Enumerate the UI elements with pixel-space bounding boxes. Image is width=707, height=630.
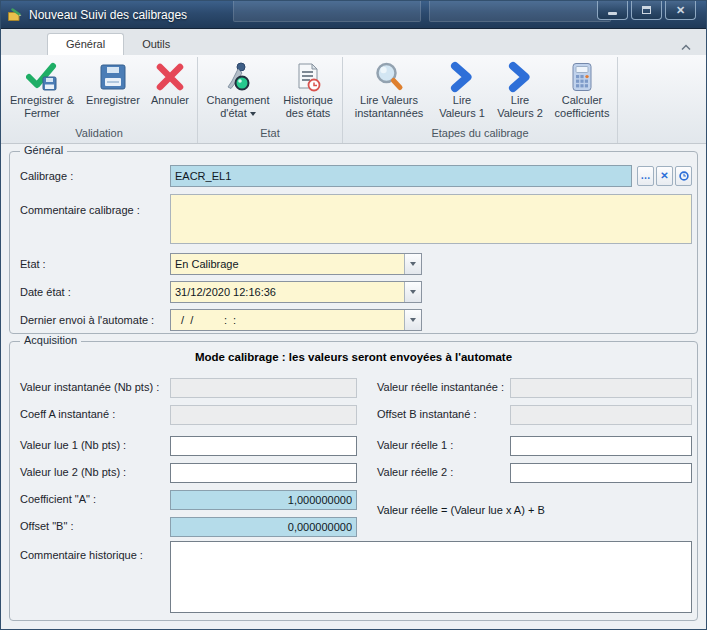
button-label: Annuler xyxy=(151,94,189,107)
dropdown-arrow-icon xyxy=(410,290,416,294)
dernier-envoi-label: Dernier envoi à l'automate : xyxy=(20,314,154,326)
calibrage-clear-button[interactable]: ✕ xyxy=(656,166,673,186)
date-etat-value: 31/12/2020 12:16:36 xyxy=(171,286,404,298)
magnifier-icon xyxy=(373,61,405,93)
commentaire-calibrage-field[interactable] xyxy=(170,194,692,244)
dialog-window: Nouveau Suivi des calibrages ✕ Général O… xyxy=(0,0,707,630)
maximize-icon xyxy=(642,6,651,14)
offset-b-label: Offset "B" : xyxy=(20,520,73,532)
titlebar: Nouveau Suivi des calibrages ✕ xyxy=(1,1,706,29)
valeur-lue-2-label: Valeur lue 2 (Nb pts) : xyxy=(20,466,126,478)
calibrage-refresh-button[interactable] xyxy=(675,166,692,186)
dropdown-arrow-icon xyxy=(250,112,256,116)
ribbon-tab-row: Général Outils xyxy=(1,29,706,55)
read-values-2-button[interactable]: Lire Valeurs 2 xyxy=(491,57,549,120)
calibrage-browse-button[interactable]: … xyxy=(637,166,654,186)
date-etat-dropdown-button[interactable] xyxy=(404,282,421,302)
dialog-body: Général Calibrage : … ✕ Commentaire cali… xyxy=(1,144,706,629)
offset-b-instantane-field xyxy=(510,405,692,425)
button-label: Enregistrer & Fermer xyxy=(5,94,79,120)
commentaire-historique-label: Commentaire historique : xyxy=(20,549,143,561)
ribbon: Général Outils xyxy=(1,29,706,144)
maximize-button[interactable] xyxy=(631,1,662,20)
offset-b-field[interactable] xyxy=(170,517,357,537)
button-label: Historique des états xyxy=(278,94,338,120)
read-values-1-button[interactable]: Lire Valeurs 1 xyxy=(433,57,491,120)
close-icon: ✕ xyxy=(676,5,685,16)
coeff-a-instantane-label: Coeff A instantané : xyxy=(20,408,115,420)
ribbon-group-validation: Enregistrer & Fermer Enregistrer xyxy=(1,57,198,143)
calculator-icon xyxy=(566,61,598,93)
valeur-instantanee-label: Valeur instantanée (Nb pts) : xyxy=(20,381,159,393)
ribbon-group-etat: Changement d'état Historique des ét xyxy=(198,57,343,143)
ribbon-toolbar: Enregistrer & Fermer Enregistrer xyxy=(1,55,706,143)
tab-outils[interactable]: Outils xyxy=(124,34,188,55)
formula-text: Valeur réelle = (Valeur lue x A) + B xyxy=(377,504,545,516)
dropdown-arrow-icon xyxy=(410,262,416,266)
coefficient-a-label: Coefficient "A" : xyxy=(20,493,96,505)
valeur-reelle-2-label: Valeur réelle 2 : xyxy=(377,466,453,478)
cancel-button[interactable]: Annuler xyxy=(145,57,195,107)
save-close-icon xyxy=(26,61,58,93)
dernier-envoi-dropdown-button[interactable] xyxy=(404,310,421,330)
dernier-envoi-picker[interactable]: / / : : xyxy=(170,309,422,331)
offset-b-instantane-label: Offset B instantané : xyxy=(377,408,476,420)
ribbon-collapse-button[interactable] xyxy=(680,37,692,55)
button-label: Lire Valeurs instantannées xyxy=(347,94,431,120)
minimize-icon xyxy=(608,12,617,15)
commentaire-historique-field[interactable] xyxy=(170,541,692,613)
read-instant-values-button[interactable]: Lire Valeurs instantannées xyxy=(345,57,433,120)
valeur-reelle-instantanee-field xyxy=(510,378,692,398)
save-button[interactable]: Enregistrer xyxy=(81,57,145,107)
chevron-right-icon xyxy=(446,61,478,93)
valeur-reelle-1-field[interactable] xyxy=(510,436,692,456)
chevron-right-icon xyxy=(504,61,536,93)
calculate-coefficients-button[interactable]: Calculer coefficients xyxy=(549,57,615,120)
state-history-icon xyxy=(292,61,324,93)
refresh-icon xyxy=(678,170,690,182)
dropdown-arrow-icon xyxy=(410,318,416,322)
acquisition-groupbox: Acquisition Mode calibrage : les valeurs… xyxy=(9,341,698,621)
coefficient-a-field[interactable] xyxy=(170,490,357,510)
state-change-icon xyxy=(222,61,254,93)
chevron-up-icon xyxy=(680,43,692,51)
mode-message: Mode calibrage : les valeurs seront envo… xyxy=(10,351,697,363)
state-change-button[interactable]: Changement d'état xyxy=(200,57,276,120)
etat-combobox[interactable]: En Calibrage xyxy=(170,253,422,275)
button-label: Calculer coefficients xyxy=(551,94,613,120)
valeur-reelle-1-label: Valeur réelle 1 : xyxy=(377,439,453,451)
valeur-lue-1-label: Valeur lue 1 (Nb pts) : xyxy=(20,439,126,451)
button-label: Enregistrer xyxy=(86,94,140,107)
minimize-button[interactable] xyxy=(597,1,628,20)
commentaire-calibrage-label: Commentaire calibrage : xyxy=(20,204,140,216)
tab-general[interactable]: Général xyxy=(47,33,124,55)
button-label: Changement d'état xyxy=(202,94,274,120)
ribbon-group-label: Etapes du calibrage xyxy=(345,126,615,143)
state-history-button[interactable]: Historique des états xyxy=(276,57,340,120)
background-panel xyxy=(429,1,611,22)
ribbon-group-label: Etat xyxy=(200,126,340,143)
toolbar-spacer xyxy=(618,57,706,143)
close-button[interactable]: ✕ xyxy=(665,1,696,20)
calibrage-label: Calibrage : xyxy=(20,170,73,182)
background-panel xyxy=(233,1,421,22)
save-close-button[interactable]: Enregistrer & Fermer xyxy=(3,57,81,120)
button-label: Lire Valeurs 2 xyxy=(493,94,547,120)
cancel-icon xyxy=(154,61,186,93)
app-icon xyxy=(7,7,23,23)
window-title: Nouveau Suivi des calibrages xyxy=(29,8,187,22)
date-etat-label: Date état : xyxy=(20,286,71,298)
coeff-a-instantane-field xyxy=(170,405,357,425)
etat-dropdown-button[interactable] xyxy=(404,254,421,274)
acquisition-legend: Acquisition xyxy=(20,334,81,346)
save-icon xyxy=(97,61,129,93)
valeur-lue-1-field[interactable] xyxy=(170,436,357,456)
calibrage-field[interactable] xyxy=(170,165,632,187)
date-etat-picker[interactable]: 31/12/2020 12:16:36 xyxy=(170,281,422,303)
valeur-reelle-instantanee-label: Valeur réelle instantanée : xyxy=(377,381,504,393)
valeur-lue-2-field[interactable] xyxy=(170,463,357,483)
valeur-reelle-2-field[interactable] xyxy=(510,463,692,483)
dernier-envoi-value: / / : : xyxy=(171,314,404,326)
general-groupbox: Général Calibrage : … ✕ Commentaire cali… xyxy=(9,151,698,334)
button-label-text: Changement d'état xyxy=(207,94,270,119)
